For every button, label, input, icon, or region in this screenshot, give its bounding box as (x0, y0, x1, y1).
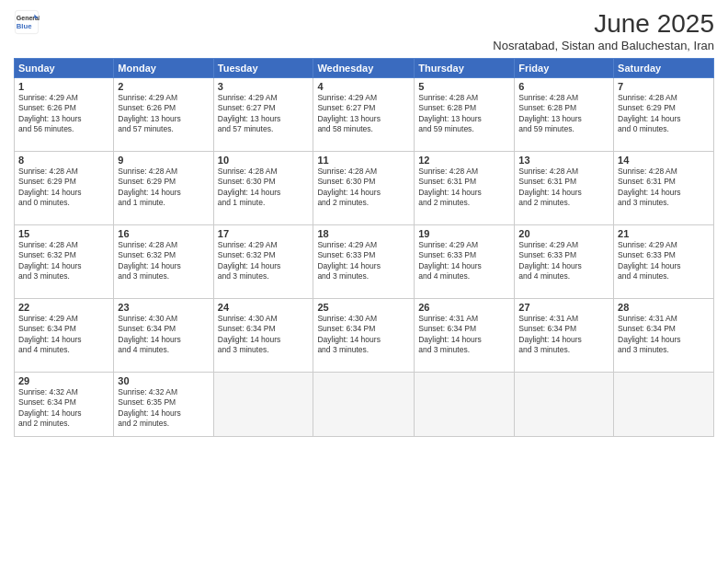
calendar-cell (313, 373, 415, 437)
day-info: Sunrise: 4:30 AM Sunset: 6:34 PM Dayligh… (317, 314, 410, 356)
calendar-cell: 20Sunrise: 4:29 AM Sunset: 6:33 PM Dayli… (515, 225, 614, 299)
day-info: Sunrise: 4:28 AM Sunset: 6:29 PM Dayligh… (18, 167, 109, 209)
title-block: June 2025 Nosratabad, Sistan and Baluche… (493, 9, 714, 52)
calendar-cell: 13Sunrise: 4:28 AM Sunset: 6:31 PM Dayli… (515, 152, 614, 225)
day-number: 6 (518, 81, 609, 92)
calendar-week-row: 15Sunrise: 4:28 AM Sunset: 6:32 PM Dayli… (15, 225, 714, 299)
day-info: Sunrise: 4:28 AM Sunset: 6:30 PM Dayligh… (317, 167, 410, 209)
day-info: Sunrise: 4:29 AM Sunset: 6:34 PM Dayligh… (18, 314, 109, 356)
calendar-cell: 14Sunrise: 4:28 AM Sunset: 6:31 PM Dayli… (614, 152, 714, 225)
month-title: June 2025 (493, 9, 714, 39)
day-info: Sunrise: 4:29 AM Sunset: 6:27 PM Dayligh… (218, 93, 310, 135)
calendar-cell: 22Sunrise: 4:29 AM Sunset: 6:34 PM Dayli… (15, 299, 114, 373)
calendar-cell: 27Sunrise: 4:31 AM Sunset: 6:34 PM Dayli… (515, 299, 614, 373)
calendar-cell: 2Sunrise: 4:29 AM Sunset: 6:26 PM Daylig… (114, 78, 213, 152)
day-number: 8 (18, 155, 109, 166)
day-number: 4 (317, 81, 410, 92)
calendar-cell: 23Sunrise: 4:30 AM Sunset: 6:34 PM Dayli… (114, 299, 213, 373)
calendar-cell: 1Sunrise: 4:29 AM Sunset: 6:26 PM Daylig… (15, 78, 114, 152)
day-number: 7 (618, 81, 710, 92)
day-info: Sunrise: 4:29 AM Sunset: 6:32 PM Dayligh… (218, 240, 310, 282)
day-info: Sunrise: 4:29 AM Sunset: 6:26 PM Dayligh… (18, 93, 109, 135)
day-info: Sunrise: 4:28 AM Sunset: 6:31 PM Dayligh… (418, 167, 510, 209)
calendar-cell: 3Sunrise: 4:29 AM Sunset: 6:27 PM Daylig… (213, 78, 313, 152)
calendar-cell: 24Sunrise: 4:30 AM Sunset: 6:34 PM Dayli… (213, 299, 313, 373)
day-info: Sunrise: 4:28 AM Sunset: 6:29 PM Dayligh… (118, 167, 209, 209)
day-info: Sunrise: 4:29 AM Sunset: 6:33 PM Dayligh… (418, 240, 510, 282)
weekday-header: Saturday (614, 59, 714, 78)
day-number: 25 (317, 302, 410, 313)
calendar-cell: 17Sunrise: 4:29 AM Sunset: 6:32 PM Dayli… (213, 225, 313, 299)
logo-icon: General Blue (14, 9, 40, 35)
day-number: 2 (118, 81, 209, 92)
day-info: Sunrise: 4:28 AM Sunset: 6:32 PM Dayligh… (18, 240, 109, 282)
calendar-cell (515, 373, 614, 437)
day-info: Sunrise: 4:30 AM Sunset: 6:34 PM Dayligh… (218, 314, 310, 356)
calendar-cell: 9Sunrise: 4:28 AM Sunset: 6:29 PM Daylig… (114, 152, 213, 225)
calendar-cell: 5Sunrise: 4:28 AM Sunset: 6:28 PM Daylig… (415, 78, 515, 152)
calendar-cell: 25Sunrise: 4:30 AM Sunset: 6:34 PM Dayli… (313, 299, 415, 373)
day-number: 16 (118, 228, 209, 239)
calendar-cell: 4Sunrise: 4:29 AM Sunset: 6:27 PM Daylig… (313, 78, 415, 152)
day-number: 9 (118, 155, 209, 166)
calendar-week-row: 22Sunrise: 4:29 AM Sunset: 6:34 PM Dayli… (15, 299, 714, 373)
day-number: 3 (218, 81, 310, 92)
day-number: 20 (518, 228, 609, 239)
day-number: 30 (118, 375, 209, 386)
day-info: Sunrise: 4:28 AM Sunset: 6:30 PM Dayligh… (218, 167, 310, 209)
day-number: 26 (418, 302, 510, 313)
day-info: Sunrise: 4:31 AM Sunset: 6:34 PM Dayligh… (618, 314, 710, 356)
day-info: Sunrise: 4:28 AM Sunset: 6:28 PM Dayligh… (518, 93, 609, 135)
page: General Blue June 2025 Nosratabad, Sista… (0, 0, 728, 563)
day-number: 21 (618, 228, 710, 239)
day-number: 22 (18, 302, 109, 313)
day-info: Sunrise: 4:31 AM Sunset: 6:34 PM Dayligh… (518, 314, 609, 356)
day-info: Sunrise: 4:29 AM Sunset: 6:33 PM Dayligh… (317, 240, 410, 282)
day-number: 23 (118, 302, 209, 313)
calendar-cell (614, 373, 714, 437)
weekday-header: Monday (114, 59, 213, 78)
calendar-week-row: 29Sunrise: 4:32 AM Sunset: 6:34 PM Dayli… (15, 373, 714, 437)
calendar-cell: 6Sunrise: 4:28 AM Sunset: 6:28 PM Daylig… (515, 78, 614, 152)
weekday-header: Thursday (415, 59, 515, 78)
calendar-cell (415, 373, 515, 437)
day-number: 28 (618, 302, 710, 313)
day-info: Sunrise: 4:30 AM Sunset: 6:34 PM Dayligh… (118, 314, 209, 356)
calendar-week-row: 1Sunrise: 4:29 AM Sunset: 6:26 PM Daylig… (15, 78, 714, 152)
subtitle: Nosratabad, Sistan and Baluchestan, Iran (493, 39, 714, 52)
day-number: 17 (218, 228, 310, 239)
calendar-cell: 21Sunrise: 4:29 AM Sunset: 6:33 PM Dayli… (614, 225, 714, 299)
day-number: 1 (18, 81, 109, 92)
day-info: Sunrise: 4:32 AM Sunset: 6:35 PM Dayligh… (118, 387, 209, 430)
calendar-cell: 30Sunrise: 4:32 AM Sunset: 6:35 PM Dayli… (114, 373, 213, 437)
day-info: Sunrise: 4:31 AM Sunset: 6:34 PM Dayligh… (418, 314, 510, 356)
day-number: 11 (317, 155, 410, 166)
day-info: Sunrise: 4:28 AM Sunset: 6:28 PM Dayligh… (418, 93, 510, 135)
day-number: 18 (317, 228, 410, 239)
day-info: Sunrise: 4:28 AM Sunset: 6:29 PM Dayligh… (618, 93, 710, 135)
calendar: SundayMondayTuesdayWednesdayThursdayFrid… (14, 58, 714, 437)
calendar-cell: 19Sunrise: 4:29 AM Sunset: 6:33 PM Dayli… (415, 225, 515, 299)
day-number: 15 (18, 228, 109, 239)
calendar-week-row: 8Sunrise: 4:28 AM Sunset: 6:29 PM Daylig… (15, 152, 714, 225)
calendar-cell: 26Sunrise: 4:31 AM Sunset: 6:34 PM Dayli… (415, 299, 515, 373)
day-number: 10 (218, 155, 310, 166)
logo: General Blue (14, 9, 40, 35)
day-info: Sunrise: 4:29 AM Sunset: 6:33 PM Dayligh… (618, 240, 710, 282)
day-info: Sunrise: 4:28 AM Sunset: 6:32 PM Dayligh… (118, 240, 209, 282)
day-info: Sunrise: 4:28 AM Sunset: 6:31 PM Dayligh… (618, 167, 710, 209)
calendar-cell: 15Sunrise: 4:28 AM Sunset: 6:32 PM Dayli… (15, 225, 114, 299)
weekday-header: Wednesday (313, 59, 415, 78)
day-info: Sunrise: 4:28 AM Sunset: 6:31 PM Dayligh… (518, 167, 609, 209)
header: General Blue June 2025 Nosratabad, Sista… (14, 9, 714, 52)
calendar-cell: 8Sunrise: 4:28 AM Sunset: 6:29 PM Daylig… (15, 152, 114, 225)
calendar-cell: 7Sunrise: 4:28 AM Sunset: 6:29 PM Daylig… (614, 78, 714, 152)
svg-text:Blue: Blue (17, 22, 32, 30)
day-info: Sunrise: 4:29 AM Sunset: 6:27 PM Dayligh… (317, 93, 410, 135)
calendar-cell: 12Sunrise: 4:28 AM Sunset: 6:31 PM Dayli… (415, 152, 515, 225)
day-info: Sunrise: 4:29 AM Sunset: 6:26 PM Dayligh… (118, 93, 209, 135)
calendar-cell: 18Sunrise: 4:29 AM Sunset: 6:33 PM Dayli… (313, 225, 415, 299)
weekday-header: Tuesday (213, 59, 313, 78)
day-info: Sunrise: 4:29 AM Sunset: 6:33 PM Dayligh… (518, 240, 609, 282)
calendar-cell: 10Sunrise: 4:28 AM Sunset: 6:30 PM Dayli… (213, 152, 313, 225)
